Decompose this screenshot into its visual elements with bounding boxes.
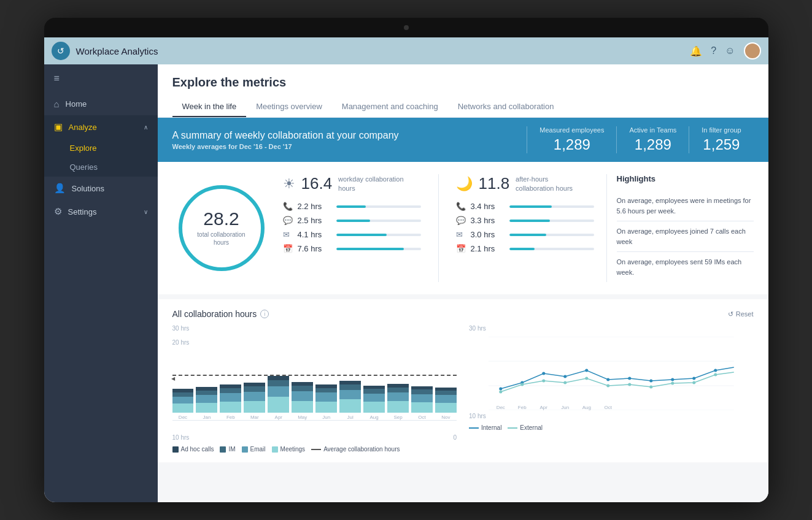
sidebar: ≡ ⌂ Home ▣ Analyze ∧ Explore Queries [44, 64, 158, 502]
summary-banner: A summary of weekly collaboration at you… [158, 118, 768, 162]
sidebar-item-analyze[interactable]: ▣ Analyze ∧ [44, 115, 158, 139]
chart-section: All collaboration hours i ↺ Reset 30 hrs [158, 299, 768, 462]
bar-y-top: 30 hrs [172, 325, 190, 332]
svg-point-21 [628, 383, 631, 386]
settings-chevron-icon: ∨ [144, 208, 148, 215]
bar-meetings [244, 401, 265, 413]
afterhours-meetings-bar-fill [509, 248, 535, 250]
bar-month-label: May [298, 415, 307, 420]
legend-email-color [242, 446, 248, 453]
bar-meetings [363, 402, 385, 413]
bar-month-label: Aug [369, 415, 378, 420]
sidebar-item-settings[interactable]: ⚙ Settings ∨ [44, 200, 158, 223]
afterhours-im-value: 3.3 hrs [471, 216, 505, 225]
sun-icon: ☀ [283, 176, 295, 192]
average-line [172, 375, 457, 381]
ah-calls-icon: 📞 [456, 202, 466, 211]
bar-im [244, 386, 265, 392]
bar-group-container: Dec Jan Feb Mar Apr [172, 347, 457, 421]
svg-point-15 [499, 391, 502, 394]
menu-toggle-icon[interactable]: ≡ [44, 64, 158, 93]
total-hours-value: 28.2 [203, 210, 239, 228]
ah-email-icon: ✉ [456, 230, 466, 239]
device-frame: ↺ Workplace Analytics 🔔 ? ☺ ≡ ⌂ Home ▣ [44, 18, 768, 502]
afterhours-calls-bar [509, 205, 594, 208]
main-layout: ≡ ⌂ Home ▣ Analyze ∧ Explore Queries [44, 64, 768, 502]
stat-measured-employees: Measured employees 1,289 [527, 126, 616, 153]
bar-month-label: Mar [250, 415, 259, 420]
svg-point-4 [499, 388, 502, 391]
legend-average: Average collaboration hours [311, 446, 400, 453]
workday-calls-value: 2.2 hrs [298, 202, 331, 211]
line-chart-svg: Dec Feb Apr Jun Aug Oct [469, 337, 754, 410]
help-icon[interactable]: ? [711, 45, 716, 56]
bar-meetings [196, 403, 217, 413]
summary-subtitle: Weekly averages for Dec '16 - Dec '17 [172, 143, 515, 150]
bar-email [435, 395, 457, 402]
avatar[interactable] [744, 42, 761, 59]
bar-month-label: Nov [441, 415, 450, 420]
bar-meetings [292, 401, 313, 413]
content-area: Explore the metrics Week in the life Mee… [158, 64, 768, 502]
metrics-divider [438, 174, 439, 282]
svg-point-20 [606, 384, 609, 388]
highlight-item-0: On average, employees were in meetings f… [617, 191, 754, 221]
reset-button[interactable]: ↺ Reset [728, 310, 754, 318]
legend-internal: Internal [469, 424, 501, 431]
bar-group: Apr [268, 376, 289, 420]
chart-title: All collaboration hours i [172, 309, 269, 319]
workday-im-value: 2.5 hrs [298, 216, 331, 225]
bar-adhoc [244, 383, 265, 387]
email-icon: ✉ [283, 230, 293, 239]
sidebar-item-queries[interactable]: Queries [44, 158, 158, 177]
bar-meetings [220, 402, 241, 413]
bar-month-label: Jun [322, 415, 330, 420]
notification-icon[interactable]: 🔔 [690, 45, 702, 57]
sidebar-item-solutions-label: Solutions [72, 184, 104, 193]
tab-management-coaching[interactable]: Management and coaching [332, 97, 448, 117]
workday-email-bar-fill [336, 234, 387, 236]
bar-stack [387, 384, 409, 413]
bar-email [292, 391, 313, 401]
tab-networks-collaboration[interactable]: Networks and collaboration [448, 97, 564, 117]
top-bar: ↺ Workplace Analytics 🔔 ? ☺ [44, 37, 768, 64]
queries-label: Queries [70, 162, 98, 172]
legend-external: External [508, 424, 543, 431]
svg-text:Feb: Feb [518, 405, 527, 410]
bar-im [363, 389, 385, 394]
stat-active-teams: Active in Teams 1,289 [616, 126, 689, 153]
svg-point-12 [671, 378, 674, 381]
afterhours-row-im: 💬 3.3 hrs [456, 216, 594, 225]
summary-title: A summary of weekly collaboration at you… [172, 130, 515, 141]
workday-im-bar [336, 220, 421, 222]
bar-chart-area: Dec Jan Feb Mar Apr [172, 347, 457, 433]
legend-average-line [311, 449, 321, 450]
bar-stack [363, 386, 385, 413]
bar-group: May [292, 382, 313, 420]
svg-point-6 [542, 372, 545, 375]
svg-point-8 [585, 369, 588, 372]
bar-meetings [339, 399, 361, 413]
logo-icon: ↺ [57, 46, 64, 56]
svg-text:Jun: Jun [561, 405, 569, 410]
app-logo[interactable]: ↺ [52, 42, 70, 60]
bar-email [387, 392, 409, 401]
workday-meetings-value: 7.6 hrs [298, 244, 331, 253]
bar-group: Mar [244, 383, 265, 421]
legend-meetings: Meetings [272, 446, 306, 453]
emoji-icon[interactable]: ☺ [725, 45, 735, 56]
sidebar-item-solutions[interactable]: 👤 Solutions [44, 177, 158, 200]
total-hours-label: total collaborationhours [197, 231, 245, 247]
bar-stack [411, 386, 433, 413]
tab-meetings-overview[interactable]: Meetings overview [246, 97, 332, 117]
bar-y-20: 20 hrs [172, 339, 190, 346]
sidebar-item-explore[interactable]: Explore [44, 139, 158, 158]
afterhours-value: 11.8 [479, 174, 510, 193]
chart-info-icon[interactable]: i [260, 310, 269, 318]
sidebar-item-home[interactable]: ⌂ Home [44, 93, 158, 115]
afterhours-header: 🌙 11.8 after-hourscollaboration hours [456, 174, 594, 193]
settings-icon: ⚙ [54, 206, 62, 217]
tab-week-in-life[interactable]: Week in the life [172, 97, 247, 117]
summary-text: A summary of weekly collaboration at you… [172, 130, 515, 150]
afterhours-calls-value: 3.4 hrs [471, 202, 505, 211]
